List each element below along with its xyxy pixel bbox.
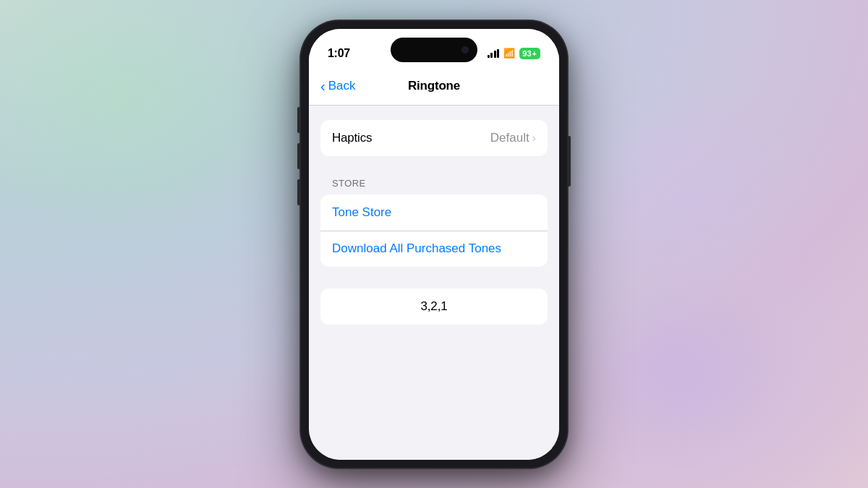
wifi-icon: 📶 xyxy=(503,48,515,59)
tone-store-row[interactable]: Tone Store xyxy=(320,194,548,231)
haptics-label: Haptics xyxy=(332,131,372,145)
status-bar: 1:07 📶 93 + xyxy=(309,29,559,68)
settings-content: Haptics Default › STORE Tone Store xyxy=(309,106,559,460)
status-time: 1:07 xyxy=(328,47,350,60)
back-chevron-icon: ‹ xyxy=(320,79,326,93)
haptics-row[interactable]: Haptics Default › xyxy=(320,120,548,156)
store-group: Tone Store Download All Purchased Tones xyxy=(320,194,548,267)
download-row[interactable]: Download All Purchased Tones xyxy=(320,231,548,267)
status-icons: 📶 93 + xyxy=(488,48,540,59)
download-label: Download All Purchased Tones xyxy=(332,241,501,256)
navigation-bar: ‹ Back Ringtone xyxy=(309,68,559,106)
iphone-shell: 1:07 📶 93 + xyxy=(300,20,568,468)
iphone-screen: 1:07 📶 93 + xyxy=(309,29,559,460)
scene: 1:07 📶 93 + xyxy=(0,0,868,488)
ringtone-item-label: 3,2,1 xyxy=(421,299,448,314)
signal-icon xyxy=(488,49,500,58)
page-title: Ringtone xyxy=(408,79,460,93)
haptics-group: Haptics Default › xyxy=(320,120,548,156)
ringtone-row[interactable]: 3,2,1 xyxy=(320,288,548,325)
store-section-title: STORE xyxy=(320,178,548,194)
ringtone-group: 3,2,1 xyxy=(320,288,548,325)
dynamic-island xyxy=(391,38,477,62)
battery-indicator: 93 + xyxy=(519,48,540,59)
battery-percent: 93 xyxy=(522,49,531,58)
haptics-value: Default xyxy=(490,131,529,145)
haptics-chevron-icon: › xyxy=(532,132,536,145)
tone-store-label: Tone Store xyxy=(332,205,391,220)
back-button[interactable]: ‹ Back xyxy=(320,79,355,93)
battery-symbol: + xyxy=(532,49,537,58)
store-section-wrapper: STORE Tone Store Download All Purchased … xyxy=(320,178,548,267)
camera-dot xyxy=(461,46,469,53)
haptics-value-container: Default › xyxy=(490,131,536,145)
back-label: Back xyxy=(328,79,356,93)
